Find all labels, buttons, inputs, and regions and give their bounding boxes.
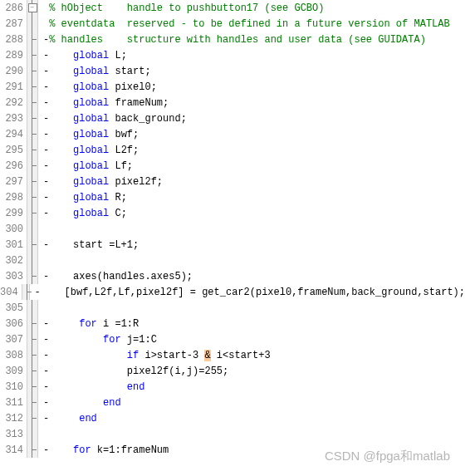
code-line[interactable]: 298- global R; bbox=[0, 189, 465, 205]
line-number: 311 bbox=[0, 397, 27, 409]
code-line[interactable]: 296- global Lf; bbox=[0, 158, 465, 174]
code-content[interactable]: - pixel2f(i,j)=255; bbox=[38, 366, 228, 377]
code-content[interactable]: - end bbox=[38, 413, 97, 424]
fold-gutter[interactable] bbox=[27, 331, 38, 347]
code-line[interactable]: 287 % eventdata reserved - to be defined… bbox=[0, 16, 465, 32]
fold-gutter[interactable] bbox=[27, 174, 38, 189]
code-content[interactable]: - end bbox=[38, 381, 144, 393]
code-content[interactable]: - global Lf; bbox=[38, 160, 133, 172]
code-line[interactable]: 300 bbox=[0, 221, 465, 237]
code-content[interactable]: - for k=1:frameNum bbox=[38, 444, 169, 456]
code-line[interactable]: 305 bbox=[0, 300, 465, 316]
fold-gutter[interactable] bbox=[27, 410, 38, 426]
code-content[interactable]: - for i =1:R bbox=[38, 318, 139, 330]
fold-gutter[interactable] bbox=[27, 426, 38, 442]
code-content[interactable] bbox=[38, 429, 49, 440]
code-line[interactable]: 302 bbox=[0, 253, 465, 268]
fold-gutter[interactable] bbox=[27, 189, 38, 205]
fold-gutter[interactable] bbox=[27, 442, 38, 458]
code-line[interactable]: 307- for j=1:C bbox=[0, 331, 465, 347]
fold-gutter[interactable] bbox=[22, 284, 30, 300]
line-number: 307 bbox=[0, 334, 27, 346]
code-content[interactable] bbox=[38, 302, 49, 314]
code-line[interactable]: 301- start =L+1; bbox=[0, 237, 465, 253]
fold-gutter[interactable] bbox=[27, 237, 38, 253]
line-number: 303 bbox=[0, 271, 27, 282]
fold-gutter[interactable] bbox=[27, 79, 38, 95]
code-line[interactable]: 289- global L; bbox=[0, 47, 465, 63]
line-number: 299 bbox=[0, 208, 27, 219]
fold-gutter[interactable] bbox=[27, 205, 38, 221]
code-content[interactable]: - start =L+1; bbox=[38, 239, 139, 251]
code-line[interactable]: 303- axes(handles.axes5); bbox=[0, 268, 465, 284]
fold-gutter[interactable] bbox=[27, 47, 38, 63]
fold-gutter[interactable] bbox=[27, 95, 38, 110]
code-content[interactable]: - end bbox=[38, 397, 121, 409]
code-content[interactable]: - if i>start-3 & i<start+3 bbox=[38, 350, 271, 361]
code-line[interactable]: 297- global pixel2f; bbox=[0, 174, 465, 189]
fold-gutter[interactable]: − bbox=[27, 0, 38, 16]
code-line[interactable]: 291- global pixel0; bbox=[0, 79, 465, 95]
line-number: 302 bbox=[0, 255, 27, 267]
line-number: 306 bbox=[0, 318, 27, 330]
code-content[interactable]: - global bwf; bbox=[38, 129, 139, 140]
fold-gutter[interactable] bbox=[27, 316, 38, 331]
code-line[interactable]: 309- pixel2f(i,j)=255; bbox=[0, 363, 465, 379]
code-content[interactable] bbox=[38, 223, 49, 235]
fold-gutter[interactable] bbox=[27, 395, 38, 410]
code-content[interactable]: - global start; bbox=[38, 66, 151, 77]
code-content[interactable] bbox=[38, 255, 49, 267]
fold-gutter[interactable] bbox=[27, 379, 38, 395]
code-line[interactable]: 288-% handles structure with handles and… bbox=[0, 32, 465, 47]
code-line[interactable]: 295- global L2f; bbox=[0, 142, 465, 158]
fold-gutter[interactable] bbox=[27, 32, 38, 47]
line-number: 287 bbox=[0, 18, 27, 30]
fold-gutter[interactable] bbox=[27, 142, 38, 158]
fold-collapse-icon[interactable]: − bbox=[28, 3, 37, 12]
fold-gutter[interactable] bbox=[27, 363, 38, 379]
code-line[interactable]: 306- for i =1:R bbox=[0, 316, 465, 331]
code-content[interactable]: - global L2f; bbox=[38, 145, 139, 156]
fold-gutter[interactable] bbox=[27, 63, 38, 79]
code-line[interactable]: 290- global start; bbox=[0, 63, 465, 79]
code-content[interactable]: - global L; bbox=[38, 50, 127, 61]
code-line[interactable]: 292- global frameNum; bbox=[0, 95, 465, 110]
fold-gutter[interactable] bbox=[27, 126, 38, 142]
code-content[interactable]: % eventdata reserved - to be defined in … bbox=[38, 18, 450, 30]
code-content[interactable]: - for j=1:C bbox=[38, 334, 157, 346]
code-content[interactable]: - global back_ground; bbox=[38, 113, 187, 125]
line-number: 294 bbox=[0, 129, 27, 140]
code-content[interactable]: - global pixel0; bbox=[38, 81, 157, 93]
code-content[interactable]: -% handles structure with handles and us… bbox=[38, 34, 426, 46]
code-line[interactable]: 304- [bwf,L2f,Lf,pixel2f] = get_car2(pix… bbox=[0, 284, 465, 300]
code-line[interactable]: 293- global back_ground; bbox=[0, 110, 465, 126]
code-content[interactable]: - global frameNum; bbox=[38, 97, 169, 109]
code-line[interactable]: 310- end bbox=[0, 379, 465, 395]
code-line[interactable]: 294- global bwf; bbox=[0, 126, 465, 142]
fold-gutter[interactable] bbox=[27, 110, 38, 126]
fold-gutter[interactable] bbox=[27, 347, 38, 363]
code-content[interactable]: - global R; bbox=[38, 192, 127, 204]
code-content[interactable]: - global C; bbox=[38, 208, 127, 219]
code-line[interactable]: 313 bbox=[0, 426, 465, 442]
code-line[interactable]: 314- for k=1:frameNum bbox=[0, 442, 465, 458]
code-line[interactable]: 299- global C; bbox=[0, 205, 465, 221]
fold-gutter[interactable] bbox=[27, 268, 38, 284]
code-editor[interactable]: 286− % hObject handle to pushbutton17 (s… bbox=[0, 0, 465, 458]
line-number: 292 bbox=[0, 97, 27, 109]
code-line[interactable]: 286− % hObject handle to pushbutton17 (s… bbox=[0, 0, 465, 16]
code-line[interactable]: 311- end bbox=[0, 395, 465, 410]
fold-gutter[interactable] bbox=[27, 300, 38, 316]
code-line[interactable]: 312- end bbox=[0, 410, 465, 426]
fold-gutter[interactable] bbox=[27, 221, 38, 237]
code-content[interactable]: - axes(handles.axes5); bbox=[38, 271, 193, 282]
fold-gutter[interactable] bbox=[27, 253, 38, 268]
code-content[interactable]: % hObject handle to pushbutton17 (see GC… bbox=[38, 2, 324, 14]
code-content[interactable]: - [bwf,L2f,Lf,pixel2f] = get_car2(pixel0… bbox=[30, 287, 465, 298]
code-content[interactable]: - global pixel2f; bbox=[38, 176, 163, 188]
fold-gutter[interactable] bbox=[27, 158, 38, 174]
line-number: 297 bbox=[0, 176, 27, 188]
code-line[interactable]: 308- if i>start-3 & i<start+3 bbox=[0, 347, 465, 363]
line-number: 295 bbox=[0, 145, 27, 156]
fold-gutter[interactable] bbox=[27, 16, 38, 32]
